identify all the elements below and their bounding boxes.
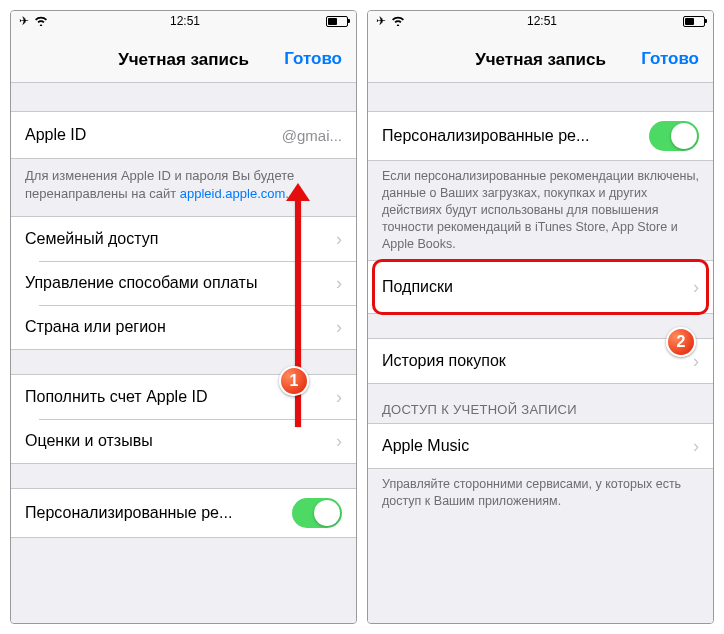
phone-right-screen: ✈ 12:51 Учетная запись Готово Персонализ…: [367, 10, 714, 624]
personalized-toggle[interactable]: [649, 121, 699, 151]
ratings-reviews-row[interactable]: Оценки и отзывы ›: [25, 419, 356, 463]
annotation-badge-1: 1: [279, 366, 309, 396]
apple-id-value: @gmai...: [96, 127, 342, 144]
airplane-mode-icon: ✈: [19, 14, 29, 28]
nav-bar: Учетная запись Готово: [368, 31, 713, 83]
manage-payments-row[interactable]: Управление способами оплаты ›: [25, 261, 356, 305]
subscriptions-row[interactable]: Подписки ›: [368, 261, 713, 313]
chevron-right-icon: ›: [336, 317, 342, 338]
done-button[interactable]: Готово: [641, 49, 699, 69]
chevron-right-icon: ›: [693, 436, 699, 457]
nav-title: Учетная запись: [475, 50, 606, 70]
phone-left-screen: ✈ 12:51 Учетная запись Готово Apple ID @…: [10, 10, 357, 624]
annotation-badge-2: 2: [666, 327, 696, 357]
nav-title: Учетная запись: [118, 50, 249, 70]
country-region-row[interactable]: Страна или регион ›: [25, 305, 356, 349]
airplane-mode-icon: ✈: [376, 14, 386, 28]
battery-icon: [679, 16, 705, 27]
family-sharing-row[interactable]: Семейный доступ ›: [11, 217, 356, 261]
appleid-link[interactable]: appleid.apple.com: [180, 186, 286, 201]
apple-id-label: Apple ID: [25, 126, 86, 144]
chevron-right-icon: ›: [336, 273, 342, 294]
chevron-right-icon: ›: [336, 387, 342, 408]
done-button[interactable]: Готово: [284, 49, 342, 69]
status-time: 12:51: [527, 14, 557, 28]
personalized-recommendations-row[interactable]: Персонализированные ре...: [368, 112, 713, 160]
purchase-history-row[interactable]: История покупок ›: [368, 339, 713, 383]
personalized-toggle[interactable]: [292, 498, 342, 528]
wifi-icon: [34, 15, 48, 28]
nav-bar: Учетная запись Готово: [11, 31, 356, 83]
settings-content[interactable]: Персонализированные ре... Если персонали…: [368, 83, 713, 623]
personalized-recommendations-row[interactable]: Персонализированные ре...: [11, 489, 356, 537]
account-access-header: ДОСТУП К УЧЕТНОЙ ЗАПИСИ: [368, 384, 713, 423]
status-bar: ✈ 12:51: [368, 11, 713, 31]
status-bar: ✈ 12:51: [11, 11, 356, 31]
chevron-right-icon: ›: [336, 229, 342, 250]
personalized-description: Если персонализированные рекомендации вк…: [368, 161, 713, 260]
apple-music-row[interactable]: Apple Music ›: [368, 424, 713, 468]
account-access-description: Управляйте сторонними сервисами, у котор…: [368, 469, 713, 518]
settings-content[interactable]: Apple ID @gmai... Для изменения Apple ID…: [11, 83, 356, 623]
status-time: 12:51: [170, 14, 200, 28]
chevron-right-icon: ›: [336, 431, 342, 452]
chevron-right-icon: ›: [693, 351, 699, 372]
apple-id-row[interactable]: Apple ID @gmai...: [11, 112, 356, 158]
wifi-icon: [391, 15, 405, 28]
chevron-right-icon: ›: [693, 277, 699, 298]
battery-icon: [322, 16, 348, 27]
